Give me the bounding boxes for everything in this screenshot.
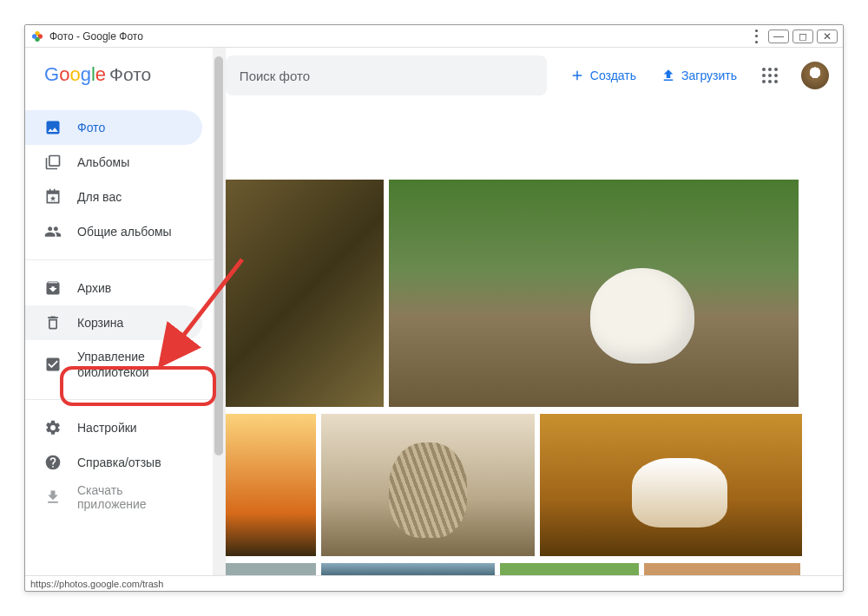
svg-point-3 bbox=[32, 34, 36, 38]
sidebar-item-download-app[interactable]: Скачать приложение bbox=[25, 480, 202, 514]
apps-grid-icon bbox=[762, 68, 778, 83]
sidebar-item-archive[interactable]: Архив bbox=[25, 271, 202, 305]
upload-button[interactable]: Загрузить bbox=[652, 61, 746, 90]
sidebar-item-library-mgmt[interactable]: Управление библиотекой bbox=[25, 340, 202, 389]
people-icon bbox=[44, 223, 62, 240]
upload-label: Загрузить bbox=[681, 69, 737, 82]
photo-thumbnail[interactable] bbox=[540, 414, 802, 556]
app-window: Фото - Google Фото — ◻ ✕ Google Фото Фот… bbox=[24, 24, 844, 592]
logo-letter: G bbox=[44, 63, 59, 85]
sidebar-item-help[interactable]: Справка/отзыв bbox=[25, 445, 202, 480]
sidebar-item-albums[interactable]: Альбомы bbox=[25, 145, 202, 180]
sidebar-item-label: Скачать приложение bbox=[77, 483, 192, 511]
photo-thumbnail[interactable] bbox=[321, 414, 535, 556]
search-placeholder: Поиск фото bbox=[240, 69, 310, 83]
sidebar-item-shared[interactable]: Общие альбомы bbox=[25, 214, 202, 249]
photo-thumbnail[interactable] bbox=[321, 563, 495, 575]
sidebar-item-label: Архив bbox=[77, 281, 111, 295]
search-input[interactable]: Поиск фото bbox=[226, 56, 547, 95]
sidebar-scrollbar[interactable] bbox=[213, 48, 225, 575]
download-icon bbox=[44, 488, 62, 506]
sidebar-item-trash[interactable]: Корзина bbox=[25, 305, 202, 340]
archive-icon bbox=[44, 279, 62, 297]
app-icon bbox=[30, 29, 44, 43]
logo-letter: g bbox=[81, 63, 91, 85]
photo-grid bbox=[226, 103, 843, 575]
sidebar-item-foryou[interactable]: Для вас bbox=[25, 180, 202, 214]
photo-thumbnail[interactable] bbox=[226, 180, 384, 407]
sidebar-item-label: Альбомы bbox=[77, 155, 129, 169]
photo-thumbnail[interactable] bbox=[389, 180, 799, 407]
upload-icon bbox=[661, 68, 676, 83]
account-avatar[interactable] bbox=[801, 62, 829, 89]
create-label: Создать bbox=[590, 69, 636, 82]
sidebar: Google Фото Фото Альбомы Для в bbox=[25, 48, 226, 575]
logo-letter: o bbox=[59, 63, 69, 85]
sidebar-item-label: Общие альбомы bbox=[77, 225, 172, 239]
sparkle-icon bbox=[44, 188, 62, 206]
window-menu-icon[interactable] bbox=[754, 29, 758, 43]
photo-thumbnail[interactable] bbox=[644, 563, 800, 575]
nav-divider bbox=[25, 259, 213, 260]
sidebar-item-settings[interactable]: Настройки bbox=[25, 410, 202, 445]
statusbar: https://photos.google.com/trash bbox=[25, 575, 843, 591]
nav-divider bbox=[25, 399, 213, 400]
albums-icon bbox=[44, 154, 62, 171]
topbar: Поиск фото Создать Загрузить bbox=[226, 48, 843, 103]
sidebar-item-photos[interactable]: Фото bbox=[25, 110, 202, 145]
logo-letter: o bbox=[69, 63, 80, 85]
logo[interactable]: Google Фото bbox=[25, 48, 213, 107]
window-title: Фото - Google Фото bbox=[49, 30, 143, 43]
maximize-button[interactable]: ◻ bbox=[792, 29, 813, 43]
minimize-button[interactable]: — bbox=[768, 29, 789, 43]
sidebar-item-label: Справка/отзыв bbox=[77, 455, 161, 469]
sidebar-item-label: Фото bbox=[77, 121, 105, 134]
checkbox-icon bbox=[44, 356, 62, 373]
plus-icon bbox=[569, 68, 585, 83]
help-icon bbox=[44, 454, 62, 471]
google-apps-button[interactable] bbox=[753, 58, 787, 93]
sidebar-item-label: Для вас bbox=[77, 190, 122, 204]
sidebar-item-label: Корзина bbox=[77, 316, 123, 330]
sidebar-item-label: Настройки bbox=[77, 421, 137, 435]
logo-product: Фото bbox=[109, 64, 151, 85]
titlebar: Фото - Google Фото — ◻ ✕ bbox=[25, 25, 843, 48]
sidebar-scrollbar-thumb[interactable] bbox=[214, 56, 223, 455]
photo-icon bbox=[44, 119, 62, 136]
create-button[interactable]: Создать bbox=[561, 61, 645, 90]
photo-thumbnail[interactable] bbox=[500, 563, 639, 575]
main-content: Поиск фото Создать Загрузить bbox=[226, 48, 843, 575]
sidebar-item-label: Управление библиотекой bbox=[77, 349, 192, 380]
photo-thumbnail[interactable] bbox=[226, 563, 316, 575]
photo-thumbnail[interactable] bbox=[226, 414, 316, 556]
gear-icon bbox=[44, 419, 62, 436]
statusbar-url: https://photos.google.com/trash bbox=[30, 579, 163, 589]
close-button[interactable]: ✕ bbox=[817, 29, 838, 43]
logo-letter: e bbox=[95, 63, 106, 85]
trash-icon bbox=[44, 314, 62, 331]
